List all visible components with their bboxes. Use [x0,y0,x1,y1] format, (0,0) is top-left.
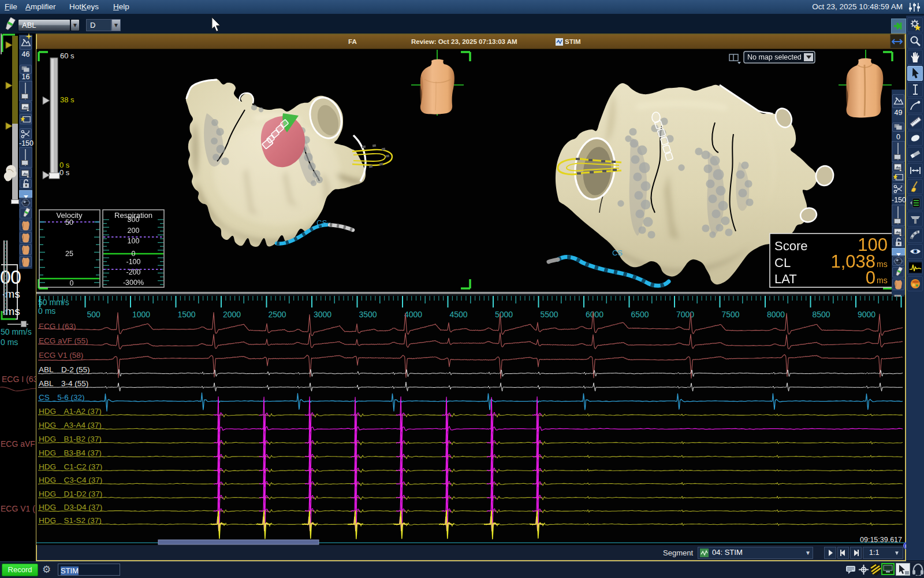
svg-text:9000: 9000 [858,310,875,319]
svg-text:CS 5-6 (32): CS 5-6 (32) [39,393,85,402]
svg-text:-100: -100 [126,258,140,266]
svg-text:0: 0 [866,268,875,288]
svg-text:ABL D-2 (55): ABL D-2 (55) [39,365,90,374]
svg-text:500: 500 [87,310,101,319]
svg-text:HDG D1-D2 (37): HDG D1-D2 (37) [39,490,102,498]
svg-text:ms: ms [877,260,888,269]
svg-text:0: 0 [70,279,74,287]
svg-text:0: 0 [132,250,136,258]
svg-text:0 s: 0 s [59,168,70,177]
svg-text:5500: 5500 [541,310,558,319]
svg-text:CS: CS [316,218,327,227]
svg-text:HDG D3-D4 (37): HDG D3-D4 (37) [39,503,102,512]
svg-text:Score: Score [774,239,807,253]
svg-text:HDG S1-S2 (37): HDG S1-S2 (37) [39,516,102,525]
svg-text:LAT: LAT [774,272,797,286]
svg-text:HDG C3-C4 (37): HDG C3-C4 (37) [39,476,102,484]
svg-text:5000: 5000 [495,310,513,319]
svg-text:7500: 7500 [722,310,740,319]
svg-text:4500: 4500 [450,310,468,319]
svg-text:ECG V1 (58): ECG V1 (58) [39,351,83,360]
svg-text:6500: 6500 [631,310,649,319]
svg-text:50: 50 [65,218,73,227]
svg-text:7000: 7000 [676,310,694,319]
svg-text:No map selected: No map selected [747,53,802,61]
svg-text:300: 300 [128,216,140,224]
svg-text:09:15:39.617: 09:15:39.617 [860,536,902,544]
svg-text:CL: CL [774,255,791,270]
svg-text:HDG A3-A4 (37): HDG A3-A4 (37) [39,421,102,429]
svg-text:CS: CS [612,249,623,257]
svg-text:ECG aVF (55): ECG aVF (55) [39,336,88,345]
svg-text:3500: 3500 [359,310,377,319]
svg-text:2000: 2000 [223,310,241,319]
svg-text:4000: 4000 [404,310,422,319]
svg-text:3000: 3000 [314,310,331,319]
svg-text:2500: 2500 [269,310,286,319]
svg-text:-300%: -300% [123,279,144,287]
svg-text:25: 25 [65,250,73,258]
svg-text:6000: 6000 [586,310,603,319]
svg-text:ECG I (63): ECG I (63) [39,322,76,331]
svg-text:200: 200 [128,227,140,235]
svg-text:8500: 8500 [813,310,830,319]
svg-text:ABL 3-4 (55): ABL 3-4 (55) [39,379,88,388]
svg-text:HDG B1-B2 (37): HDG B1-B2 (37) [39,435,102,443]
svg-text:50 mm/s: 50 mm/s [38,298,69,307]
svg-text:HDG C1-C2 (37): HDG C1-C2 (37) [39,462,102,471]
svg-text:HDG A1-A2 (37): HDG A1-A2 (37) [39,407,102,416]
svg-text:8000: 8000 [767,310,785,319]
svg-text:100: 100 [128,237,140,245]
svg-text:60 s: 60 s [60,51,74,60]
svg-text:HDG B3-B4 (37): HDG B3-B4 (37) [39,449,102,457]
svg-text:38 s: 38 s [60,95,74,104]
svg-text:1000: 1000 [132,310,150,319]
svg-text:0 ms: 0 ms [38,306,55,316]
svg-text:ms: ms [877,276,888,285]
svg-text:1500: 1500 [178,310,196,319]
